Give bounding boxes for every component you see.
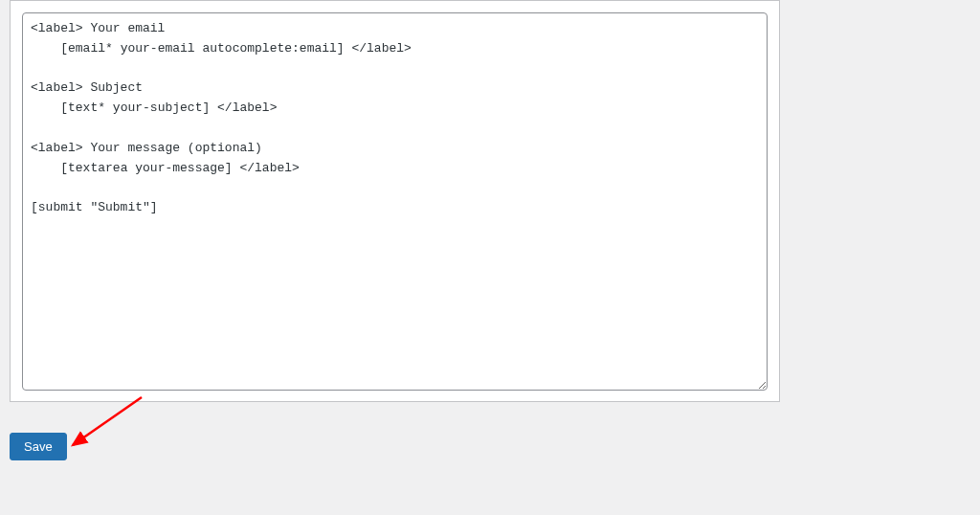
annotation-arrow-icon [65, 392, 151, 459]
save-button[interactable]: Save [10, 433, 67, 460]
svg-line-1 [73, 397, 142, 445]
form-template-textarea[interactable] [22, 12, 768, 391]
form-editor-panel [10, 0, 780, 402]
